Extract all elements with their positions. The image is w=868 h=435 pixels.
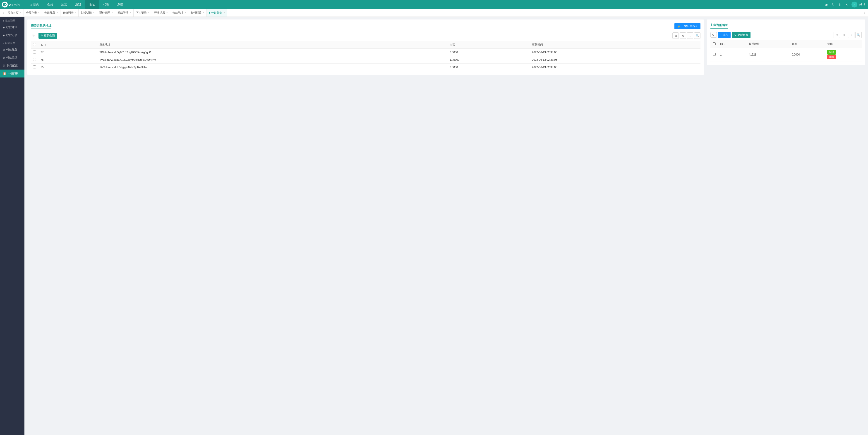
delete-icon[interactable]: 🗑 <box>838 2 842 6</box>
row-update-time: 2022-06-13 02:38:06 <box>530 49 701 56</box>
tab-one-collect[interactable]: 一键归集 × <box>207 9 227 17</box>
right-update-icon: ↻ <box>734 33 737 36</box>
row-balance: 0.0000 <box>447 64 530 71</box>
tab-open[interactable]: 开奖结果 × <box>152 9 170 17</box>
sidebar: ≡ 收款管理 ◈ 收款地址 ◈ 收款记录 ≡ 付款管理 ◈ 付款配置 ◈ 付款记… <box>0 17 25 435</box>
tab-coin[interactable]: 币种管理 × <box>97 9 115 17</box>
tab-recharge[interactable]: 充值列表 × <box>60 9 79 17</box>
row-id: 1 <box>718 48 746 61</box>
pay-config-icon: ◈ <box>3 48 5 52</box>
right-grid-icon-btn[interactable]: ⊞ <box>834 32 840 38</box>
tab-split-config[interactable]: 分组配置 × <box>42 9 60 17</box>
svg-point-2 <box>4 4 5 5</box>
row-checkbox-cell <box>31 56 38 64</box>
signal-icon[interactable]: ◉ <box>824 2 828 6</box>
row-balance: 11.5300 <box>447 56 530 64</box>
right-col-checkbox <box>710 40 718 48</box>
table-row: 77 TDh9cJxaXMp5y961E2dgUP9YAmkg5gct1f 0.… <box>31 49 701 56</box>
right-export-icon-btn[interactable]: ↓ <box>848 32 855 38</box>
left-refresh-button[interactable]: ↻ <box>31 33 37 38</box>
tab-close-recharge[interactable]: × <box>75 11 76 14</box>
row-checkbox[interactable] <box>33 65 36 68</box>
home-icon: ⌂ <box>30 3 32 6</box>
nav-agent[interactable]: 代理 <box>99 0 113 9</box>
tab-close-pay-config[interactable]: × <box>203 11 204 14</box>
username: admin <box>859 3 866 6</box>
tab-close-register[interactable]: × <box>148 11 149 14</box>
nav-address[interactable]: 地址 <box>85 0 99 9</box>
main-content: 需要归集的地址 ⚡ 一键归集所有 ↻ ↻ 更新余额 ⊞ 🖨 ↓ <box>25 17 868 435</box>
left-search-icon-btn[interactable]: 🔍 <box>694 32 701 39</box>
right-update-balance-button[interactable]: ↻ 更新余额 <box>732 32 750 38</box>
sidebar-item-pay-record[interactable]: ◈ 付款记录 <box>0 54 25 62</box>
tab-close-backend[interactable]: × <box>20 11 21 14</box>
nav-operation[interactable]: 运营 <box>57 0 71 9</box>
row-checkbox[interactable] <box>33 51 36 54</box>
tab-pay-config[interactable]: 收付配置 × <box>188 9 207 17</box>
table-row: 76 TVBS6EAE8ca1X1oKJZsy5GeHcunxUyUhNW 11… <box>31 56 701 64</box>
left-grid-icon-btn[interactable]: ⊞ <box>672 32 679 39</box>
app-title: Admin <box>9 3 20 6</box>
tab-backend[interactable]: 后台首页 × <box>5 9 24 17</box>
tab-close-member[interactable]: × <box>38 11 40 14</box>
left-panel: 需要归集的地址 ⚡ 一键归集所有 ↻ ↻ 更新余额 ⊞ 🖨 ↓ <box>27 20 704 75</box>
row-update-time: 2022-06-13 02:38:06 <box>530 56 701 64</box>
top-right-actions: ◉ ↻ 🗑 ✕ A admin <box>824 2 866 7</box>
sidebar-item-collect-pay-config[interactable]: ⚙ 收付配置 <box>0 62 25 69</box>
nav-system[interactable]: 系统 <box>113 0 127 9</box>
close-icon[interactable]: ✕ <box>845 2 849 6</box>
left-col-balance: 余额 <box>447 41 530 49</box>
tab-close-transfer[interactable]: × <box>93 11 94 14</box>
right-print-icon-btn[interactable]: 🖨 <box>841 32 847 38</box>
left-print-icon-btn[interactable]: 🖨 <box>680 32 686 39</box>
nav-member[interactable]: 会员 <box>43 0 57 9</box>
row-id: 76 <box>38 56 97 64</box>
right-refresh-button[interactable]: ↻ <box>710 32 717 38</box>
refresh-spin-icon: ↻ <box>32 34 35 37</box>
sidebar-item-collect-record[interactable]: ◈ 收款记录 <box>0 31 25 39</box>
left-select-all-checkbox[interactable] <box>33 43 36 46</box>
sidebar-item-pay-config[interactable]: ◈ 付款配置 <box>0 46 25 54</box>
user-info[interactable]: A admin <box>851 2 866 7</box>
left-update-balance-button[interactable]: ↻ 更新余额 <box>38 33 57 39</box>
row-action-编辑[interactable]: 编辑 <box>827 50 836 55</box>
one-key-collect-button[interactable]: ⚡ 一键归集所有 <box>675 23 701 29</box>
tab-register[interactable]: 下注记录 × <box>133 9 152 17</box>
tab-game[interactable]: 游戏管理 × <box>115 9 133 17</box>
sidebar-item-one-collect[interactable]: 📋 一键归集 <box>0 69 25 78</box>
row-checkbox[interactable] <box>713 53 716 56</box>
tab-close-collect-addr[interactable]: × <box>185 11 186 14</box>
tab-close-split[interactable]: × <box>57 11 58 14</box>
sidebar-group-collect-manage: ≡ 收款管理 <box>0 17 25 23</box>
right-select-all-checkbox[interactable] <box>713 42 716 45</box>
tab-prev-arrow[interactable]: ‹ <box>1 9 5 17</box>
nav-game[interactable]: 游戏 <box>71 0 85 9</box>
add-icon: + <box>720 33 722 36</box>
right-add-button[interactable]: + 添加 <box>718 32 731 38</box>
tab-member-list[interactable]: 会员列表 × <box>24 9 42 17</box>
tabs-container: 后台首页 × 会员列表 × 分组配置 × 充值列表 × 划转明细 × 币种管理 … <box>5 9 863 17</box>
row-checkbox-cell <box>31 64 38 71</box>
row-action-删除[interactable]: 删除 <box>827 55 836 59</box>
user-avatar: A <box>851 2 857 7</box>
left-export-icon-btn[interactable]: ↓ <box>687 32 693 39</box>
top-nav: Admin ⌂ 首页 会员 运营 游戏 地址 代理 系统 ◉ ↻ 🗑 ✕ A <box>0 0 868 9</box>
tab-collect-addr[interactable]: 收款地址 × <box>170 9 189 17</box>
row-checkbox[interactable] <box>33 58 36 61</box>
right-search-icon-btn[interactable]: 🔍 <box>855 32 862 38</box>
main-nav: ⌂ 首页 会员 运营 游戏 地址 代理 系统 <box>26 0 824 9</box>
nav-home[interactable]: ⌂ 首页 <box>26 0 43 9</box>
tab-close-game[interactable]: × <box>130 11 131 14</box>
tab-close-open[interactable]: × <box>166 11 168 14</box>
right-toolbar-right: ⊞ 🖨 ↓ 🔍 <box>834 32 862 38</box>
tab-close-coin[interactable]: × <box>112 11 113 14</box>
tab-next-arrow[interactable]: › <box>863 9 867 17</box>
right-panel-title: 归集到的地址 <box>710 23 728 29</box>
left-col-id: ID ⇕ <box>38 41 97 49</box>
collect-pay-icon: ⚙ <box>3 64 5 67</box>
sidebar-item-collect-address[interactable]: ◈ 收款地址 <box>0 23 25 31</box>
right-id-sort-icon: ⇕ <box>724 43 726 46</box>
refresh-icon[interactable]: ↻ <box>831 2 835 6</box>
tab-close-one-collect[interactable]: × <box>223 11 225 14</box>
tab-transfer[interactable]: 划转明细 × <box>79 9 97 17</box>
